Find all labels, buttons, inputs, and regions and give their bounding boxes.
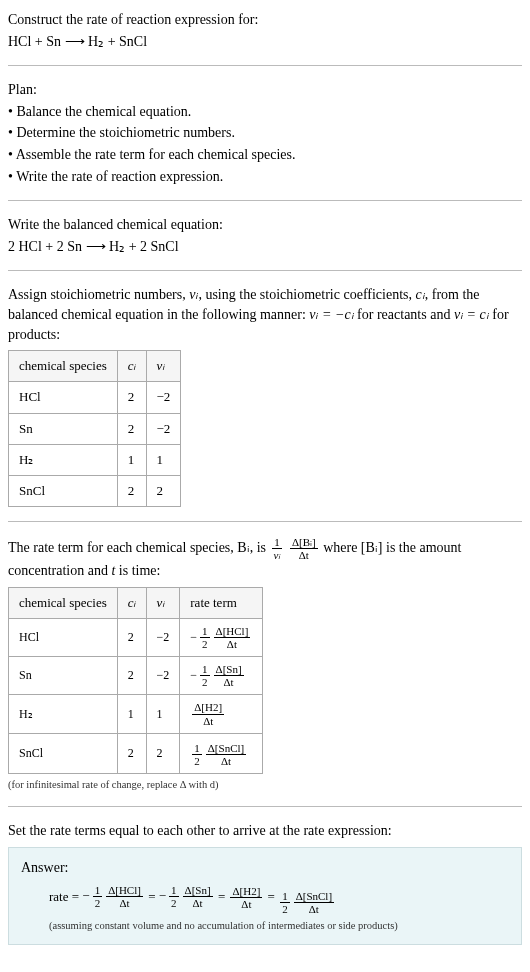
frac-delta-b: Δ[Bᵢ]Δt [290,536,318,561]
table-header-row: chemical species cᵢ νᵢ [9,351,181,382]
den: Δt [214,676,244,688]
cell-rate-term: Δ[H2]Δt [180,695,263,733]
num: Δ[SnCl] [294,890,334,903]
coef-frac: 12 [192,742,202,767]
conc-frac: Δ[SnCl]Δt [206,742,246,767]
den: Δt [106,897,143,909]
equals-sign: = [148,888,159,903]
table-row: SnCl 2 2 12 Δ[SnCl]Δt [9,733,263,773]
conc-frac: Δ[H2]Δt [230,885,262,910]
frac-one-over-nu: 1νᵢ [272,536,283,561]
cell-species: Sn [9,657,118,695]
num: 1 [272,536,283,549]
rate-term-table: chemical species cᵢ νᵢ rate term HCl 2 −… [8,587,263,774]
col-ci: cᵢ [117,587,146,618]
final-heading: Set the rate terms equal to each other t… [8,821,522,841]
minus-sign: − [190,629,197,646]
eq-products: νᵢ = cᵢ [454,307,489,322]
cell-nui: 2 [146,475,181,506]
conc-frac: Δ[H2]Δt [192,701,224,726]
bi-conc: [Bᵢ] [361,540,383,555]
table-header-row: chemical species cᵢ νᵢ rate term [9,587,263,618]
den: Δt [214,638,251,650]
den: 2 [280,903,290,915]
rate-term-section: The rate term for each chemical species,… [8,536,522,807]
table-row: Sn 2 −2 [9,413,181,444]
plan-section: Plan: • Balance the chemical equation. •… [8,80,522,201]
final-section: Set the rate terms equal to each other t… [8,821,522,945]
text: where [320,540,361,555]
cell-ci: 2 [117,619,146,657]
cell-species: HCl [9,382,118,413]
plan-item: • Determine the stoichiometric numbers. [8,123,522,143]
coef-frac: 12 [200,663,210,688]
stoich-text: Assign stoichiometric numbers, νᵢ, using… [8,285,522,344]
table-row: HCl 2 −2 [9,382,181,413]
cell-nui: 1 [146,444,181,475]
cell-species: Sn [9,413,118,444]
cell-species: SnCl [9,475,118,506]
cell-nui: −2 [146,413,181,444]
den: Δt [206,755,246,767]
conc-frac: Δ[Sn]Δt [183,884,213,909]
eq-reactants: νᵢ = −cᵢ [309,307,353,322]
cell-nui: −2 [146,619,180,657]
text: is time: [115,563,160,578]
num: Δ[SnCl] [206,742,246,755]
den: 2 [192,755,202,767]
balanced-heading: Write the balanced chemical equation: [8,215,522,235]
table-row: H₂ 1 1 [9,444,181,475]
prompt-text: Construct the rate of reaction expressio… [8,10,522,30]
coef-frac: 12 [280,890,290,915]
b-i: Bᵢ [237,540,249,555]
num: Δ[Bᵢ] [290,536,318,549]
stoich-table: chemical species cᵢ νᵢ HCl 2 −2 Sn 2 −2 … [8,350,181,507]
coef-frac: 12 [200,625,210,650]
rate-term-note: (for infinitesimal rate of change, repla… [8,778,522,793]
cell-ci: 1 [117,444,146,475]
equals-sign: = [268,888,279,903]
nui-label: νᵢ [157,358,165,373]
prompt-equation: HCl + Sn ⟶ H₂ + SnCl [8,32,522,52]
den: νᵢ [272,549,283,561]
num: Δ[H2] [230,885,262,898]
final-note: (assuming constant volume and no accumul… [21,919,509,934]
cell-ci: 2 [117,733,146,773]
table-row: H₂ 1 1 Δ[H2]Δt [9,695,263,733]
cell-rate-term: − 12 Δ[HCl]Δt [180,619,263,657]
rate-expression: rate = − 12 Δ[HCl]Δt = − 12 Δ[Sn]Δt = Δ[… [21,884,509,916]
c-i: cᵢ [416,287,425,302]
table-row: Sn 2 −2 − 12 Δ[Sn]Δt [9,657,263,695]
cell-ci: 1 [117,695,146,733]
den: Δt [183,897,213,909]
col-ci: cᵢ [117,351,146,382]
plan-item: • Balance the chemical equation. [8,102,522,122]
minus-sign: − [159,887,166,905]
cell-ci: 2 [117,413,146,444]
coef-frac: 12 [93,884,103,909]
plan-item: • Write the rate of reaction expression. [8,167,522,187]
cell-species: HCl [9,619,118,657]
col-nui: νᵢ [146,351,181,382]
col-rate-term: rate term [180,587,263,618]
ci-label: cᵢ [128,358,136,373]
num: 1 [200,625,210,638]
num: Δ[HCl] [106,884,143,897]
table-row: SnCl 2 2 [9,475,181,506]
cell-species: H₂ [9,444,118,475]
cell-species: SnCl [9,733,118,773]
cell-nui: 2 [146,733,180,773]
num: Δ[Sn] [183,884,213,897]
num: 1 [192,742,202,755]
conc-frac: Δ[HCl]Δt [214,625,251,650]
num: 1 [169,884,179,897]
cell-rate-term: − 12 Δ[Sn]Δt [180,657,263,695]
text: , using the stoichiometric coefficients, [198,287,415,302]
minus-sign: − [82,887,89,905]
text: , is [250,540,270,555]
cell-nui: −2 [146,382,181,413]
minus-sign: − [190,667,197,684]
text: The rate term for each chemical species, [8,540,237,555]
balanced-section: Write the balanced chemical equation: 2 … [8,215,522,271]
den: 2 [93,897,103,909]
